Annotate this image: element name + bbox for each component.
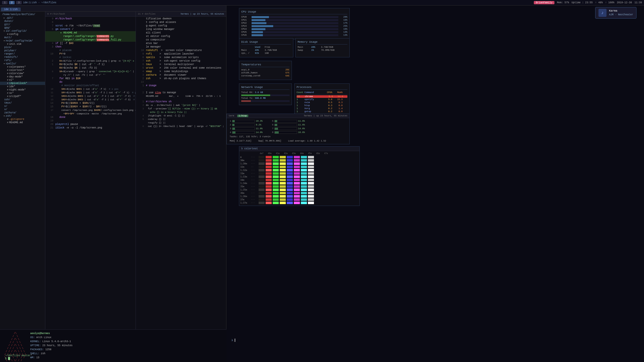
code-line: # placem [45, 49, 136, 52]
tree-item-daymode[interactable]: #day-mode* [0, 75, 45, 78]
karma-title: Karma [609, 9, 633, 13]
tree-item-colorpanes[interactable]: #colorpanes* [0, 65, 45, 69]
ct-swatch [308, 156, 314, 158]
proc-count: 1 [297, 104, 303, 107]
ct-swatch [280, 166, 286, 168]
tree-item-redshift[interactable]: redshift/ [0, 56, 45, 59]
cpu-bar [252, 31, 263, 33]
middle-panel-content[interactable]: tification daemon t config and aliases g… [136, 17, 226, 345]
ct-swatch [259, 189, 265, 191]
htop-cpu-bar [275, 124, 277, 126]
cpu-bar [252, 34, 263, 36]
tree-item-polybar[interactable]: polybar/ [0, 49, 45, 52]
tree-item-xbindkeys[interactable]: x/ [0, 108, 45, 111]
tree-item-git2[interactable]: git/ [0, 23, 45, 26]
htop-cpu-bar-bg [232, 120, 255, 122]
code-line: ranger/.config/ranger/commands_full.py [45, 38, 136, 42]
tree-item-tmux[interactable]: tmux/ [0, 101, 45, 105]
tree-item-i3pixellock[interactable]: #i3pixellock* [0, 82, 45, 85]
ct-row: 1;35m··· [240, 188, 358, 191]
htop-cpu-bar-bg [232, 124, 255, 126]
neo-user: aeolys@hermes [30, 332, 50, 335]
left-panel-content[interactable]: 9#!/bin/bash 8 7scrot -o /tm ~/dotfiles/… [45, 17, 136, 345]
code-panels: 9 #!/bin/bash 9#!/bin/bash 8 7scrot -o /… [45, 12, 226, 351]
tree-item-colortest[interactable]: #colortest* [0, 69, 45, 72]
tree-item-i3[interactable]: ▾i3/.config/i3/ [0, 29, 45, 33]
colortest-widget: λ colortest def 40m 41m 42m 43m 44m 45m … [239, 146, 360, 206]
ct-swatch [287, 192, 293, 194]
ct-dots: ··· [251, 162, 258, 165]
karma-icon: ♪ [598, 9, 607, 17]
tree-item-zathura[interactable]: zathura/ [0, 111, 45, 114]
workspace-3[interactable]: 3 [16, 1, 22, 4]
tree-item-mutt[interactable]: mutt/ [0, 36, 45, 39]
neo-wm: i3 [36, 356, 39, 359]
proc-mem: 0.0 [334, 104, 343, 107]
memory-widget: Memory Usage Main 49% 3.7GB/8GB Swap 1% … [295, 38, 350, 57]
htop-mem: Mem[ 3.16/7.516] Swp[ 70.0M/8.00G] Load … [228, 139, 348, 143]
code-line: echo {} is a binary file || [136, 111, 226, 114]
middle-panel-header: 21 # dotfiles hermes | up 23 hours, 55 m… [136, 12, 226, 17]
code-line: ali client [136, 31, 226, 35]
tree-item-config[interactable]: #config [0, 33, 45, 36]
tree-item-zsh[interactable]: ▾zsh/ [0, 114, 45, 118]
tree-item-src2pdf[interactable]: #src2pdf* [0, 95, 45, 98]
ct-swatch [301, 159, 307, 162]
ct-row-label: 1;33m [240, 175, 250, 178]
tree-item-ssh[interactable]: ssh/ [0, 98, 45, 101]
ct-swatch [259, 202, 265, 204]
htop-cpu-bar [232, 131, 235, 133]
proc-cpu: 0.2 [324, 110, 332, 113]
tree-item-readme[interactable]: #README.md [0, 121, 45, 124]
ct-row-label: m [240, 156, 250, 159]
karma-subtitle: AJR · Neotheater [609, 13, 633, 17]
ct-row-label: 36m [240, 192, 250, 195]
tree-item-initvim[interactable]: #init.vim [0, 42, 45, 46]
tree-item-dunst[interactable]: dunst/ [0, 20, 45, 23]
tree-item-ide[interactable]: #ide* [0, 85, 45, 88]
workspace-1[interactable]: 1 [2, 1, 8, 4]
ct-dots: ··· [251, 156, 258, 159]
ct-swatch [266, 195, 272, 198]
tree-item-x[interactable]: x/ [0, 105, 45, 108]
tree-item-nightmode[interactable]: #night-mode* [0, 88, 45, 92]
tree-item-rofi[interactable]: rofi/ [0, 59, 45, 62]
tree-item-git[interactable]: ▸.git/ [0, 16, 45, 20]
ct-swatch [266, 192, 272, 194]
tree-item-nvim[interactable]: ▾nvim/.config/nvim/ [0, 39, 45, 42]
ct-dots: ··· [251, 185, 258, 188]
ct-swatch [273, 159, 279, 162]
workspace-2[interactable]: 2 [9, 1, 15, 4]
network-widget: Network Usage Total RX: 3.6 GB Total Tx:… [239, 83, 292, 105]
proc-count: 33 [297, 95, 303, 98]
ct-row-label: 32m [240, 165, 250, 168]
htop-tab-htop[interactable]: 1:htop [237, 115, 248, 117]
tree-item-ranger[interactable]: ranger/ [0, 52, 45, 56]
htop-tab-term[interactable]: term [229, 115, 234, 117]
proc-cmd: gotop [304, 110, 322, 113]
ct-row-label: 34m [240, 178, 250, 182]
tree-item-spells[interactable]: ▾spells/ [0, 62, 45, 65]
ct-row: 1;30m··· [240, 162, 358, 165]
cpu-bar [252, 22, 266, 24]
code-line: README.md mar_ ✦ 114W ◇ 75% ≡ 22/29 ↓ : … [136, 95, 226, 98]
tree-item-gitignore[interactable]: #.gitignore [0, 118, 45, 121]
cpu-rows: CPU0 20% CPU1 16% CPU2 17% CPU3 25% CPU4… [241, 16, 347, 36]
tree-item-el[interactable]: #el* [0, 78, 45, 82]
ct-swatch [287, 179, 293, 181]
htop-cpu-bar [232, 124, 234, 126]
htop-cpu-pct: 9.2% [256, 123, 266, 127]
htop-cpu-num: 6 [270, 123, 273, 127]
htop-cpu-bar-bg [274, 124, 297, 126]
code-line: co compositor [136, 38, 226, 42]
code-line: 2zsh > oh-my-zsh plugins and themes [136, 77, 226, 80]
cpu-row: CPU3 25% [241, 25, 347, 27]
htop-right-cpus: 5 11.6% 6 11.6% 7 14.6% 8 18.6% [270, 119, 308, 134]
tree-item-colorview[interactable]: #colorview* [0, 72, 45, 75]
tree-item-pico[interactable]: pico/ [0, 46, 45, 49]
code-line: 9rofi > application launcher [136, 52, 226, 56]
tree-item-sc[interactable]: #sc* [0, 92, 45, 95]
tree-item-gpg[interactable]: gpg/ [0, 26, 45, 29]
tab-ide[interactable]: ide 1:zsh [1, 8, 21, 11]
proc-mem: 1.4 [334, 107, 343, 110]
